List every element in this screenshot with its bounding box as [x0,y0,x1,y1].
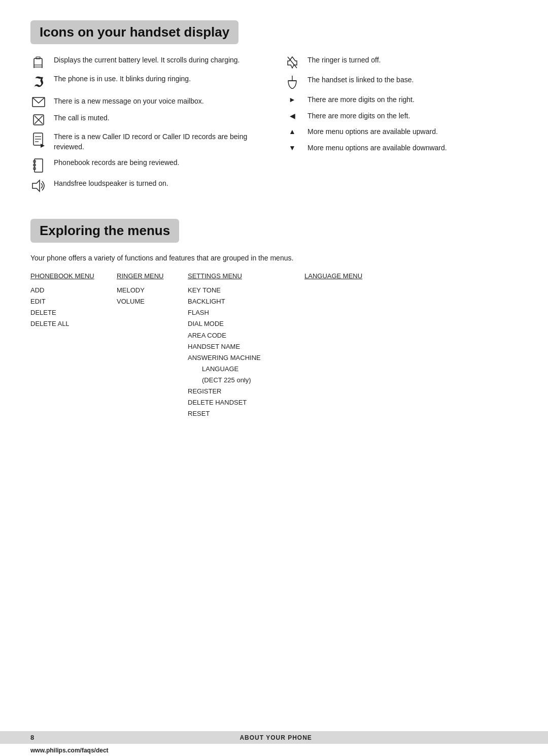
menu-columns: PHONEBOOK MENU ADD EDIT DELETE DELETE AL… [30,272,518,419]
svg-marker-17 [32,180,40,191]
icon-row-linked: The handset is linked to the base. [284,75,518,89]
battery-desc: Displays the current battery level. It s… [54,55,240,65]
mute-desc: The call is muted. [54,113,110,123]
more-up-icon: ▲ [284,127,300,136]
callerid-desc: There is a new Caller ID record or Calle… [54,132,264,152]
icon-row-callerid: There is a new Caller ID record or Calle… [30,132,264,152]
menu-item: DELETE HANDSET [188,397,299,408]
envelope-icon [30,97,47,107]
icon-row-speaker: Handsfree loudspeaker is turned on. [30,179,264,192]
menu-item: BACKLIGHT [188,296,299,307]
svg-rect-0 [34,58,42,68]
icons-left-col: Displays the current battery level. It s… [30,55,264,199]
menu-item: AREA CODE [188,330,299,341]
icons-title: Icons on your handset display [40,24,229,40]
voicemail-desc: There is a new message on your voice mai… [54,96,204,107]
icon-row-more-up: ▲ More menu options are available upward… [284,127,518,137]
language-menu-col: LANGUAGE MENU [304,272,386,285]
menu-item: DELETE [30,307,112,318]
menus-section-header: Exploring the menus [30,219,179,243]
speaker-desc: Handsfree loudspeaker is turned on. [54,179,168,189]
ringer-off-desc: The ringer is turned off. [307,55,381,65]
linked-base-icon [284,76,300,89]
svg-line-18 [288,57,297,68]
menu-item: ANSWERING MACHINE [188,352,299,364]
menu-item: ADD [30,285,112,296]
menus-section: Exploring the menus Your phone offers a … [30,219,518,419]
mute-icon [30,114,47,126]
menu-item: RESET [188,408,299,419]
menu-item: KEY TONE [188,285,299,296]
menu-item-indented: (DECT 225 only) [188,375,299,386]
menu-item: HANDSET NAME [188,341,299,352]
phonebook-menu-header: PHONEBOOK MENU [30,272,112,280]
ringer-off-icon [284,56,300,69]
icon-row-more-down: ▼ More menu options are available downwa… [284,143,518,153]
menu-item: EDIT [30,296,112,307]
svg-rect-1 [36,57,40,59]
phonebook-desc: Phonebook records are being reviewed. [54,158,180,168]
icon-row-more-left: ◀ There are more digits on the left. [284,111,518,121]
icon-row-phone: ℑ The phone is in use. It blinks during … [30,74,264,90]
more-up-desc: More menu options are available upward. [307,127,438,137]
footer-page-number: 8 [30,734,34,741]
menus-intro: Your phone offers a variety of functions… [30,254,518,262]
menu-item-indented: LANGUAGE [188,364,299,375]
phonebook-icon [30,158,47,173]
icons-grid: Displays the current battery level. It s… [30,55,518,199]
footer-url: www.philips.com/faqs/dect [30,747,109,754]
ringer-menu-col: RINGER MENU MELODY VOLUME [117,272,183,307]
icons-right-col: The ringer is turned off. The handset is… [284,55,518,199]
callerid-icon [30,133,47,148]
footer: 8 ABOUT YOUR PHONE www.philips.com/faqs/… [0,731,548,756]
icon-row-voicemail: There is a new message on your voice mai… [30,96,264,107]
icon-row-ringer-off: The ringer is turned off. [284,55,518,69]
more-down-desc: More menu options are available downward… [307,143,447,153]
icon-row-more-right: ► There are more digits on the right. [284,95,518,105]
phone-desc: The phone is in use. It blinks during ri… [54,74,191,84]
language-menu-header: LANGUAGE MENU [304,272,386,280]
settings-menu-col: SETTINGS MENU KEY TONE BACKLIGHT FLASH D… [188,272,299,419]
settings-menu-header: SETTINGS MENU [188,272,299,280]
icon-row-battery: Displays the current battery level. It s… [30,55,264,68]
more-right-desc: There are more digits on the right. [307,95,415,105]
phonebook-menu-col: PHONEBOOK MENU ADD EDIT DELETE DELETE AL… [30,272,112,330]
menu-item: DIAL MODE [188,318,299,330]
more-left-icon: ◀ [284,112,300,120]
speaker-icon [30,179,47,192]
footer-section-label: ABOUT YOUR PHONE [239,734,312,741]
battery-icon [30,56,47,68]
menu-item: FLASH [188,307,299,318]
menus-title: Exploring the menus [40,223,170,239]
footer-url-line: www.philips.com/faqs/dect [0,744,548,756]
menu-item: DELETE ALL [30,318,112,330]
menu-item: MELODY [117,285,183,296]
more-left-desc: There are more digits on the left. [307,111,410,121]
icons-section-header: Icons on your handset display [30,20,238,44]
ringer-menu-header: RINGER MENU [117,272,183,280]
linked-base-desc: The handset is linked to the base. [307,75,414,85]
phone-icon: ℑ [30,75,47,90]
menu-item: REGISTER [188,386,299,397]
more-right-icon: ► [284,95,300,104]
footer-main: 8 ABOUT YOUR PHONE [0,731,548,744]
icon-row-phonebook: Phonebook records are being reviewed. [30,158,264,173]
menu-item: VOLUME [117,296,183,307]
more-down-icon: ▼ [284,144,300,152]
icons-section: Icons on your handset display Displays t… [30,20,518,199]
icon-row-mute: The call is muted. [30,113,264,126]
